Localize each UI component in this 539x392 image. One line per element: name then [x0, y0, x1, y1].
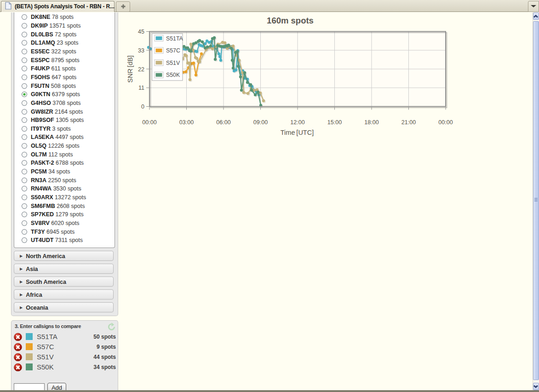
svg-text:S57C: S57C: [166, 47, 180, 54]
svg-text:21:00: 21:00: [401, 119, 416, 126]
svg-text:S50K: S50K: [166, 72, 180, 78]
svg-text:12:00: 12:00: [290, 119, 304, 126]
svg-text:18:00: 18:00: [364, 119, 378, 126]
svg-text:11: 11: [138, 85, 144, 91]
svg-text:160m spots: 160m spots: [267, 16, 314, 25]
svg-text:45: 45: [138, 29, 144, 35]
svg-text:03:00: 03:00: [179, 119, 194, 126]
svg-text:06:00: 06:00: [216, 119, 230, 126]
svg-text:Time [UTC]: Time [UTC]: [281, 129, 314, 136]
svg-text:00:00: 00:00: [142, 119, 156, 126]
svg-text:15:00: 15:00: [327, 119, 342, 126]
svg-text:22: 22: [138, 66, 144, 73]
svg-text:0: 0: [141, 104, 144, 110]
svg-text:SNR [dB]: SNR [dB]: [126, 55, 134, 82]
svg-text:S51V: S51V: [166, 60, 180, 66]
svg-text:33: 33: [138, 47, 144, 54]
svg-text:00:00: 00:00: [438, 119, 453, 126]
svg-text:S51TA: S51TA: [166, 35, 183, 42]
svg-text:09:00: 09:00: [253, 119, 268, 126]
